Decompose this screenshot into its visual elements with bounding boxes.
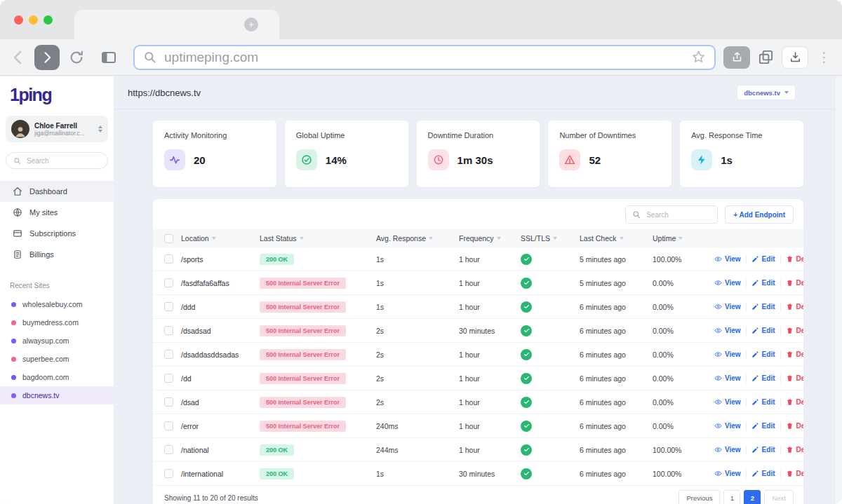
view-link[interactable]: View: [714, 350, 741, 358]
ssl-ok-icon: [521, 325, 532, 336]
view-link[interactable]: View: [714, 279, 741, 287]
sidebar-nav-item[interactable]: My sites: [0, 202, 114, 223]
row-checkbox[interactable]: [164, 445, 173, 454]
column-header[interactable]: Last Status: [260, 234, 376, 243]
close-window-button[interactable]: [14, 15, 23, 25]
user-menu[interactable]: Chloe Farrell jiga@mailinator.c...: [6, 116, 108, 142]
delete-link[interactable]: Delete: [786, 327, 804, 334]
row-checkbox[interactable]: [164, 278, 173, 287]
download-button[interactable]: [782, 46, 808, 69]
sidebar-nav-item[interactable]: Subscriptions: [0, 223, 114, 244]
delete-link[interactable]: Delete: [786, 398, 804, 406]
row-avg-response: 240ms: [376, 422, 459, 430]
view-link[interactable]: View: [714, 303, 741, 311]
next-page-button[interactable]: Next: [764, 490, 794, 504]
new-tab-icon[interactable]: [244, 18, 258, 32]
edit-link[interactable]: Edit: [751, 303, 775, 311]
sidebar-nav-item[interactable]: Dashboard: [0, 181, 114, 202]
delete-link[interactable]: Delete: [786, 303, 804, 311]
edit-link[interactable]: Edit: [751, 398, 775, 406]
browser-tab[interactable]: [74, 10, 279, 39]
view-link[interactable]: View: [714, 446, 741, 454]
stat-icon: [164, 149, 185, 170]
edit-link[interactable]: Edit: [751, 470, 775, 477]
previous-page-button[interactable]: Previous: [679, 490, 720, 504]
row-checkbox[interactable]: [164, 350, 173, 359]
browser-tab-strip: [0, 0, 842, 39]
page-number-button[interactable]: 2: [744, 490, 761, 504]
edit-link[interactable]: Edit: [751, 350, 775, 358]
sidebar-toggle-icon[interactable]: [92, 49, 126, 66]
sidebar-search-input[interactable]: [25, 156, 100, 165]
recent-site-item[interactable]: bagdoom.com: [0, 368, 114, 386]
row-status-cell: 500 Internal Server Error: [260, 349, 376, 360]
edit-link[interactable]: Edit: [751, 374, 775, 382]
view-link[interactable]: View: [714, 374, 741, 382]
share-button[interactable]: [723, 46, 750, 69]
address-input[interactable]: [163, 49, 685, 66]
recent-site-item[interactable]: dbcnews.tv: [0, 386, 114, 404]
column-header[interactable]: Last Check: [580, 234, 653, 243]
edit-link[interactable]: Edit: [751, 327, 775, 334]
row-status-cell: 500 Internal Server Error: [260, 373, 376, 384]
view-link[interactable]: View: [714, 398, 741, 406]
recent-site-item[interactable]: alwaysup.com: [0, 332, 114, 350]
column-header[interactable]: Frequency: [459, 234, 521, 243]
add-endpoint-button[interactable]: + Add Endpoint: [725, 205, 794, 224]
delete-link[interactable]: Delete: [786, 446, 804, 454]
row-checkbox[interactable]: [164, 397, 173, 407]
view-link[interactable]: View: [714, 470, 741, 477]
row-checkbox[interactable]: [164, 254, 173, 264]
delete-link[interactable]: Delete: [786, 470, 804, 477]
address-bar[interactable]: [133, 45, 716, 70]
back-button[interactable]: [10, 49, 27, 66]
recent-site-item[interactable]: superbee.com: [0, 350, 114, 368]
recent-site-item[interactable]: buymedress.com: [0, 313, 114, 332]
column-header[interactable]: SSL/TLS: [521, 234, 580, 243]
row-checkbox[interactable]: [164, 421, 173, 430]
row-ssl-cell: [521, 468, 580, 479]
sidebar-search[interactable]: [6, 152, 108, 169]
view-link[interactable]: View: [714, 422, 741, 430]
row-last-check: 6 minutes ago: [580, 470, 653, 478]
scrollbar[interactable]: [834, 76, 842, 504]
view-link[interactable]: View: [714, 327, 741, 334]
bookmark-star-icon[interactable]: [691, 50, 706, 64]
edit-link[interactable]: Edit: [751, 422, 775, 430]
table-search[interactable]: [625, 205, 718, 224]
minimize-window-button[interactable]: [29, 15, 38, 25]
site-selector-dropdown[interactable]: dbcnews.tv: [737, 85, 796, 100]
page-number-button[interactable]: 1: [723, 490, 740, 504]
row-checkbox[interactable]: [164, 469, 173, 478]
row-checkbox[interactable]: [164, 374, 173, 383]
zoom-window-button[interactable]: [44, 15, 53, 25]
row-checkbox[interactable]: [164, 302, 173, 311]
sidebar-nav-item[interactable]: Billings: [0, 244, 114, 265]
view-link[interactable]: View: [714, 255, 741, 263]
overflow-menu-icon[interactable]: ⋮: [816, 50, 832, 64]
edit-link[interactable]: Edit: [751, 279, 775, 287]
column-header[interactable]: Uptime: [653, 234, 714, 243]
sort-icon: [620, 237, 624, 240]
delete-link[interactable]: Delete: [786, 255, 804, 263]
select-all-checkbox[interactable]: [164, 234, 173, 243]
copy-tab-button[interactable]: [758, 49, 774, 65]
forward-button[interactable]: [34, 45, 60, 70]
user-email: jiga@mailinator.c...: [34, 130, 93, 137]
column-header[interactable]: Location: [181, 234, 260, 243]
divider: [746, 350, 747, 359]
delete-link[interactable]: Delete: [786, 279, 804, 287]
column-header[interactable]: Avg. Response: [376, 234, 459, 243]
avatar: [11, 120, 29, 138]
table-search-input[interactable]: [645, 210, 711, 219]
row-checkbox[interactable]: [164, 326, 173, 335]
sort-icon: [212, 237, 216, 240]
recent-site-item[interactable]: wholesalebuy.com: [0, 295, 114, 313]
ssl-ok-icon: [521, 349, 532, 360]
delete-link[interactable]: Delete: [786, 422, 804, 430]
delete-link[interactable]: Delete: [786, 374, 804, 382]
delete-link[interactable]: Delete: [786, 350, 804, 358]
edit-link[interactable]: Edit: [751, 446, 775, 454]
edit-link[interactable]: Edit: [751, 255, 775, 263]
refresh-button[interactable]: [67, 50, 84, 65]
